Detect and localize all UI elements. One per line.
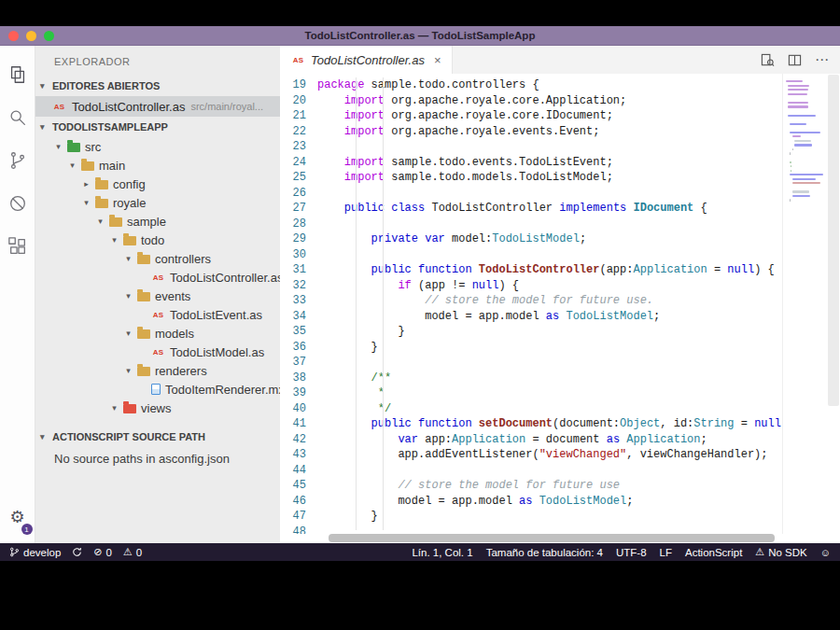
- chevron-right-icon: ▸: [82, 179, 91, 189]
- line-number: 30: [280, 247, 317, 263]
- source-path-header[interactable]: ▾ ACTIONSCRIPT SOURCE PATH: [35, 427, 280, 447]
- line-content: public function TodoListController(app:A…: [317, 262, 775, 278]
- status-label: No SDK: [768, 547, 807, 558]
- search-icon[interactable]: [0, 96, 35, 139]
- tree-item-todolistevent-as[interactable]: ASTodoListEvent.as: [35, 305, 280, 324]
- scrollbar-thumb[interactable]: [828, 75, 839, 406]
- status-tab-size[interactable]: Tamaño de tabulación: 4: [486, 547, 603, 558]
- vertical-scrollbar[interactable]: [827, 74, 840, 534]
- source-path-label: ACTIONSCRIPT SOURCE PATH: [52, 431, 205, 442]
- folder-icon: [67, 143, 80, 152]
- line-number: 37: [280, 355, 317, 371]
- tree-item-renderers[interactable]: ▾renderers: [35, 361, 280, 380]
- settings-gear-icon[interactable]: ⚙ 1: [0, 498, 35, 536]
- tree-item-config[interactable]: ▸config: [35, 175, 280, 193]
- editor-group: AS TodoListController.as × ⋯ 19package s…: [280, 46, 840, 543]
- tree-item-todolistmodel-as[interactable]: ASTodoListModel.as: [35, 343, 280, 361]
- line-number: 29: [280, 231, 317, 247]
- tree-item-royale[interactable]: ▾royale: [35, 193, 280, 212]
- tab-todolistcontroller[interactable]: AS TodoListController.as ×: [280, 46, 453, 74]
- status-warnings[interactable]: ⚠0: [123, 546, 142, 558]
- tree-item-controllers[interactable]: ▾controllers: [35, 249, 280, 268]
- line-content: import sample.todo.models.TodoListModel;: [317, 170, 613, 186]
- more-actions-icon[interactable]: ⋯: [815, 51, 829, 68]
- open-editor-item[interactable]: AS TodoListController.as src/main/royal.…: [35, 96, 280, 117]
- tree-item-todoitemrenderer-mxml[interactable]: TodoItemRenderer.mxml: [35, 380, 280, 399]
- indent-guide: [383, 77, 384, 530]
- status-label: Tamaño de tabulación: 4: [486, 547, 603, 558]
- status-sync[interactable]: [72, 547, 82, 557]
- zoom-window-button[interactable]: [44, 31, 54, 41]
- open-editors-header[interactable]: ▾ EDITORES ABIERTOS: [35, 76, 280, 96]
- explorer-icon[interactable]: [0, 53, 35, 96]
- actionscript-file-icon: AS: [151, 348, 165, 357]
- tree-item-views[interactable]: ▾views: [35, 399, 280, 417]
- tree-item-models[interactable]: ▾models: [35, 324, 280, 343]
- horizontal-scrollbar[interactable]: [280, 534, 840, 543]
- close-tab-icon[interactable]: ×: [434, 53, 441, 67]
- line-number: 22: [280, 124, 317, 140]
- open-preview-icon[interactable]: [761, 53, 775, 67]
- line-number: 35: [280, 324, 317, 340]
- line-content: import sample.todo.events.TodoListEvent;: [317, 155, 613, 171]
- line-content: */: [317, 401, 391, 417]
- tree-item-label: events: [155, 289, 190, 303]
- chevron-down-icon: ▾: [124, 366, 133, 375]
- status-eol[interactable]: LF: [660, 547, 672, 558]
- tree-item-events[interactable]: ▾events: [35, 287, 280, 305]
- split-editor-icon[interactable]: [788, 53, 802, 67]
- scrollbar-thumb[interactable]: [329, 534, 775, 542]
- line-content: // store the model for future use: [317, 478, 620, 494]
- status-encoding[interactable]: UTF-8: [616, 547, 647, 558]
- minimize-window-button[interactable]: [26, 31, 36, 41]
- status-label: 0: [106, 547, 112, 558]
- tree-item-src[interactable]: ▾src: [35, 137, 280, 156]
- status-bar: develop⊘0⚠0 Lín. 1, Col. 1Tamaño de tabu…: [0, 543, 840, 561]
- chevron-down-icon: ▾: [124, 291, 133, 301]
- sidebar-title: EXPLORADOR: [35, 46, 280, 76]
- open-editor-label: TodoListController.as: [72, 100, 185, 114]
- line-number: 40: [280, 401, 317, 417]
- line-number: 25: [280, 170, 317, 186]
- error-icon: ⊘: [93, 546, 102, 558]
- debug-icon[interactable]: [0, 182, 35, 225]
- tree-item-label: TodoListController.as: [170, 271, 280, 285]
- minimap[interactable]: [782, 74, 827, 534]
- status-git-branch[interactable]: develop: [9, 546, 61, 558]
- screen: TodoListController.as — TodoListSampleAp…: [0, 0, 840, 630]
- open-editors-label: EDITORES ABIERTOS: [52, 80, 160, 91]
- title-bar: TodoListController.as — TodoListSampleAp…: [0, 26, 840, 46]
- source-control-icon[interactable]: [0, 139, 35, 182]
- chevron-down-icon: ▾: [110, 235, 119, 245]
- line-content: }: [317, 340, 378, 356]
- actionscript-file-icon: AS: [52, 103, 66, 111]
- project-header[interactable]: ▾ TODOLISTSAMPLEAPP: [35, 117, 280, 137]
- status-language-mode[interactable]: ActionScript: [685, 547, 742, 558]
- tree-item-label: models: [155, 327, 194, 341]
- status-label: UTF-8: [616, 547, 647, 558]
- actionscript-file-icon: AS: [291, 56, 305, 64]
- line-content: }: [317, 509, 378, 525]
- activity-bar: ⚙ 1: [0, 46, 35, 543]
- status-feedback-smiley[interactable]: ☺: [820, 547, 831, 558]
- tree-item-sample[interactable]: ▾sample: [35, 212, 280, 231]
- smiley-icon: ☺: [820, 547, 831, 558]
- code-editor[interactable]: 19package sample.todo.controllers {20 im…: [280, 74, 782, 534]
- line-number: 31: [280, 262, 317, 278]
- close-window-button[interactable]: [8, 31, 19, 41]
- line-content: if (app != null) {: [317, 278, 519, 294]
- line-number: 39: [280, 385, 317, 401]
- folder-icon: [137, 292, 150, 301]
- tree-item-label: TodoListEvent.as: [170, 308, 262, 322]
- tree-item-todo[interactable]: ▾todo: [35, 231, 280, 249]
- tree-item-main[interactable]: ▾main: [35, 156, 280, 175]
- tree-item-todolistcontroller-as[interactable]: ASTodoListController.as: [35, 268, 280, 287]
- tree-item-label: TodoListModel.as: [170, 345, 264, 359]
- status-sdk-warning[interactable]: ⚠No SDK: [755, 546, 806, 558]
- line-content: var app:Application = document as Applic…: [317, 432, 707, 448]
- folder-icon: [109, 217, 122, 227]
- extensions-icon[interactable]: [0, 225, 35, 268]
- status-cursor-position[interactable]: Lín. 1, Col. 1: [412, 547, 472, 558]
- status-errors[interactable]: ⊘0: [93, 546, 112, 558]
- line-content: private var model:TodoListModel;: [317, 231, 586, 247]
